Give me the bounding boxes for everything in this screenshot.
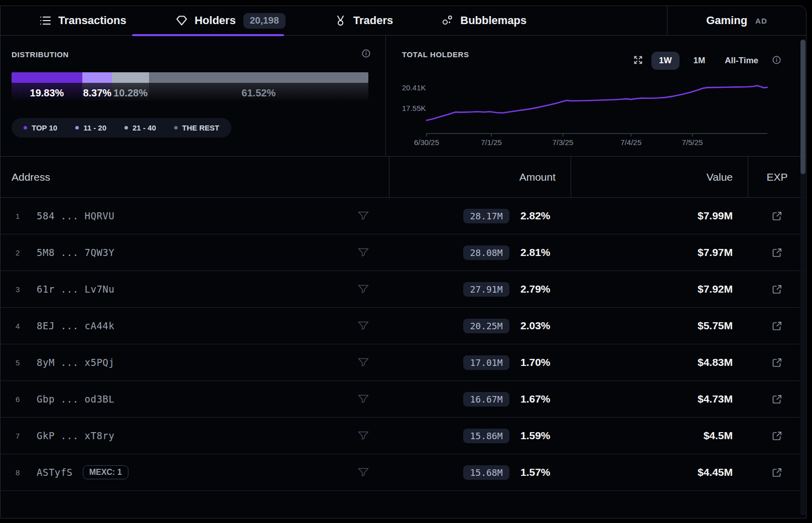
range-button-1m[interactable]: 1M bbox=[688, 52, 711, 70]
holder-value: $4.73M bbox=[571, 393, 748, 405]
amount-badge: 15.68M bbox=[463, 465, 509, 480]
external-link-icon[interactable] bbox=[772, 248, 782, 257]
column-header-exp: EXP bbox=[748, 157, 806, 197]
holder-address[interactable]: 8EJ ... cA44k bbox=[37, 320, 114, 331]
ad-badge: AD bbox=[755, 17, 767, 25]
range-button-1w[interactable]: 1W bbox=[651, 52, 680, 70]
holder-address[interactable]: 61r ... Lv7Nu bbox=[37, 284, 114, 295]
holder-address[interactable]: 8yM ... x5PQj bbox=[37, 357, 114, 368]
supply-percent: 1.70% bbox=[520, 356, 554, 368]
x-axis-label: 7/4/25 bbox=[621, 138, 642, 147]
supply-percent: 2.03% bbox=[520, 320, 554, 332]
holder-row-2[interactable]: 25M8 ... 7QW3Y28.08M2.81%$7.97M bbox=[1, 234, 806, 271]
external-link-icon[interactable] bbox=[772, 395, 782, 404]
holder-address[interactable]: 5M8 ... 7QW3Y bbox=[37, 247, 114, 258]
holder-row-8[interactable]: 8ASTyfSMEXC: 115.68M1.57%$4.45M bbox=[1, 454, 806, 491]
row-rank: 6 bbox=[16, 395, 29, 404]
summary-panels: DISTRIBUTION 19.83%8.37%10.28%61.52% TOP… bbox=[1, 36, 806, 157]
amount-badge: 15.86M bbox=[463, 429, 509, 443]
tab-label: Transactions bbox=[58, 14, 126, 27]
ad-slot[interactable]: Gaming AD bbox=[667, 6, 806, 35]
info-icon[interactable] bbox=[362, 49, 370, 60]
legend-item-21-40[interactable]: 21 - 40 bbox=[124, 123, 156, 132]
row-rank: 8 bbox=[16, 468, 29, 477]
holder-address[interactable]: GkP ... xT8ry bbox=[37, 430, 114, 441]
bubbles-icon bbox=[442, 15, 453, 26]
holder-value: $5.75M bbox=[571, 320, 748, 332]
external-link-icon[interactable] bbox=[772, 431, 782, 441]
holder-address[interactable]: Gbp ... od3BL bbox=[37, 394, 114, 405]
column-header-amount[interactable]: Amount bbox=[389, 157, 571, 197]
range-button-all-time[interactable]: All-Time bbox=[719, 52, 764, 70]
segment-percent-label: 19.83% bbox=[30, 87, 64, 99]
holder-row-5[interactable]: 58yM ... x5PQj17.01M1.70%$4.83M bbox=[1, 344, 806, 381]
expand-icon[interactable] bbox=[633, 55, 643, 67]
filter-icon[interactable] bbox=[358, 431, 369, 440]
filter-icon[interactable] bbox=[358, 395, 369, 404]
filter-icon[interactable] bbox=[358, 468, 369, 477]
distribution-title: DISTRIBUTION bbox=[12, 50, 69, 59]
amount-badge: 20.25M bbox=[463, 319, 509, 333]
holder-row-6[interactable]: 6Gbp ... od3BL16.67M1.67%$4.73M bbox=[1, 381, 806, 418]
diamond-icon bbox=[176, 15, 188, 26]
holder-address[interactable]: ASTyfS bbox=[37, 467, 73, 478]
amount-badge: 17.01M bbox=[463, 355, 509, 370]
distribution-segment-1 bbox=[12, 72, 82, 83]
filter-icon[interactable] bbox=[358, 321, 369, 330]
supply-percent: 2.79% bbox=[520, 283, 554, 295]
holders-count-badge: 20,198 bbox=[243, 13, 286, 29]
filter-icon[interactable] bbox=[358, 285, 369, 294]
row-rank: 4 bbox=[16, 322, 29, 330]
legend-label: 11 - 20 bbox=[83, 123, 106, 132]
supply-percent: 2.82% bbox=[520, 210, 554, 222]
info-icon[interactable] bbox=[772, 56, 781, 66]
y-axis-label: 17.55K bbox=[402, 104, 426, 112]
external-link-icon[interactable] bbox=[772, 211, 782, 221]
legend-item-the-rest[interactable]: THE REST bbox=[174, 123, 219, 132]
row-rank: 7 bbox=[16, 432, 29, 440]
tab-label: Bubblemaps bbox=[460, 14, 526, 27]
holder-row-3[interactable]: 361r ... Lv7Nu27.91M2.79%$7.92M bbox=[1, 271, 806, 308]
holder-value: $4.5M bbox=[571, 430, 748, 442]
amount-badge: 28.08M bbox=[463, 245, 509, 260]
holder-row-4[interactable]: 48EJ ... cA44k20.25M2.03%$5.75M bbox=[1, 308, 806, 344]
tab-holders[interactable]: Holders20,198 bbox=[176, 13, 286, 29]
holder-value: $7.92M bbox=[571, 283, 748, 295]
legend-item-top-10[interactable]: TOP 10 bbox=[24, 123, 57, 132]
holder-row-7[interactable]: 7GkP ... xT8ry15.86M1.59%$4.5M bbox=[1, 418, 806, 454]
holder-value: $4.45M bbox=[571, 466, 748, 478]
segment-percent-label: 8.37% bbox=[83, 87, 111, 99]
external-link-icon[interactable] bbox=[772, 321, 782, 331]
filter-icon[interactable] bbox=[358, 211, 369, 220]
distribution-panel: DISTRIBUTION 19.83%8.37%10.28%61.52% TOP… bbox=[1, 36, 386, 156]
row-rank: 3 bbox=[16, 285, 29, 294]
legend-label: THE REST bbox=[182, 123, 219, 132]
legend-dot bbox=[75, 126, 79, 129]
ad-title[interactable]: Gaming bbox=[706, 14, 747, 27]
tab-transactions[interactable]: Transactions bbox=[40, 14, 126, 27]
exchange-tag: MEXC: 1 bbox=[83, 465, 128, 479]
segment-percent-label: 61.52% bbox=[241, 87, 276, 99]
external-link-icon[interactable] bbox=[772, 358, 782, 367]
column-header-value[interactable]: Value bbox=[571, 157, 748, 197]
holder-address[interactable]: 584 ... HQRVU bbox=[37, 210, 114, 221]
amount-badge: 16.67M bbox=[463, 392, 509, 407]
holder-row-1[interactable]: 1584 ... HQRVU28.17M2.82%$7.99M bbox=[1, 198, 806, 234]
list-icon bbox=[40, 16, 51, 26]
filter-icon[interactable] bbox=[358, 248, 369, 257]
legend-label: 21 - 40 bbox=[132, 123, 156, 132]
legend-item-11-20[interactable]: 11 - 20 bbox=[75, 123, 106, 132]
filter-icon[interactable] bbox=[358, 358, 369, 367]
table-header: Address Amount Value EXP bbox=[1, 157, 806, 198]
external-link-icon[interactable] bbox=[772, 285, 782, 294]
distribution-bar-labels: 19.83%8.37%10.28%61.52% bbox=[12, 83, 368, 105]
tab-bubblemaps[interactable]: Bubblemaps bbox=[442, 14, 526, 27]
amount-badge: 28.17M bbox=[463, 209, 509, 223]
tab-traders[interactable]: Traders bbox=[335, 14, 393, 27]
column-header-address[interactable]: Address bbox=[1, 157, 389, 197]
supply-percent: 2.81% bbox=[520, 246, 554, 258]
external-link-icon[interactable] bbox=[772, 468, 782, 477]
distribution-segment-4 bbox=[149, 72, 368, 83]
chart-controls: 1W1MAll-Time bbox=[633, 52, 781, 70]
scrollbar-thumb[interactable] bbox=[800, 40, 805, 174]
